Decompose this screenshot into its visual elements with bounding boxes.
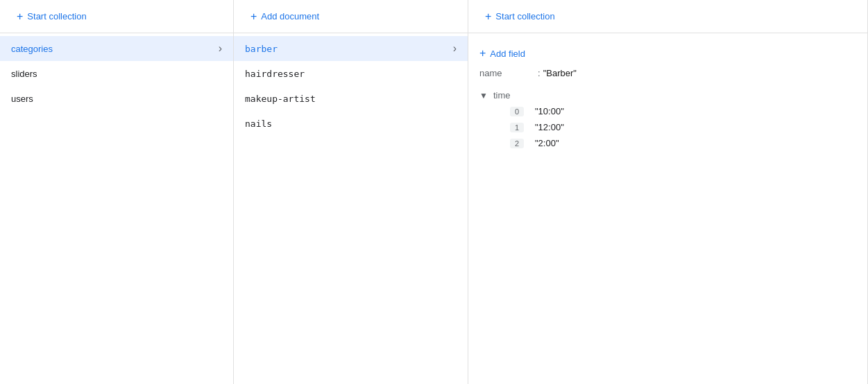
time-header: ▼ time [468, 87, 867, 103]
collection-item-name-users: users [11, 94, 33, 104]
start-collection-button-left[interactable]: + Start collection [11, 8, 92, 26]
add-field-button[interactable]: + Add field [468, 42, 867, 65]
start-collection-button-right[interactable]: + Start collection [479, 8, 561, 26]
middle-panel: + Add document barber › hairdresser make… [234, 0, 468, 384]
collection-item-name-categories: categories [11, 44, 53, 54]
chevron-right-icon-barber: › [453, 42, 457, 55]
time-field-key: time [493, 90, 511, 101]
start-collection-label-left: Start collection [27, 11, 86, 21]
field-section: + Add field name : "Barber" ▼ time 0 "10… [468, 36, 867, 159]
time-value-1[interactable]: "12:00" [535, 122, 564, 132]
document-item-name-hairdresser: hairdresser [245, 69, 305, 79]
add-document-button[interactable]: + Add document [245, 8, 325, 26]
collection-item-sliders[interactable]: sliders [0, 61, 233, 86]
time-item-1: 1 "12:00" [468, 119, 867, 135]
document-item-hairdresser[interactable]: hairdresser [234, 61, 468, 86]
start-collection-label-right: Start collection [495, 11, 554, 21]
time-items-list: 0 "10:00" 1 "12:00" 2 "2:00" [468, 103, 867, 151]
document-item-makeup-artist[interactable]: makeup-artist [234, 86, 468, 111]
time-index-0: 0 [510, 107, 524, 116]
plus-icon-right: + [485, 10, 491, 23]
collection-item-users[interactable]: users [0, 86, 233, 111]
left-panel-header: + Start collection [0, 0, 233, 33]
time-index-1: 1 [510, 123, 524, 132]
time-item-0: 0 "10:00" [468, 103, 867, 119]
middle-panel-header: + Add document [234, 0, 468, 33]
name-field-row: name : "Barber" [468, 65, 867, 85]
plus-icon-left: + [17, 10, 23, 23]
document-item-barber[interactable]: barber › [234, 36, 468, 61]
middle-panel-content: barber › hairdresser makeup-artist nails [234, 33, 468, 384]
time-index-2: 2 [510, 139, 524, 148]
name-field-value[interactable]: "Barber" [543, 68, 577, 78]
left-panel-content: categories › sliders users [0, 33, 233, 384]
add-field-label: Add field [490, 49, 525, 59]
collection-item-categories[interactable]: categories › [0, 36, 233, 61]
document-item-name-nails: nails [245, 119, 272, 129]
left-panel: + Start collection categories › sliders … [0, 0, 234, 384]
chevron-right-icon-categories: › [219, 42, 222, 55]
time-section: ▼ time 0 "10:00" 1 "12:00" 2 "2:00" [468, 85, 867, 154]
right-panel: + Start collection + Add field name : "B… [468, 0, 868, 384]
name-field-colon: : [538, 68, 541, 78]
plus-icon-middle: + [250, 10, 257, 23]
time-value-0[interactable]: "10:00" [535, 106, 564, 116]
document-item-name-barber: barber [245, 44, 278, 54]
collection-item-name-sliders: sliders [11, 69, 37, 79]
right-panel-header: + Start collection [468, 0, 867, 33]
document-item-nails[interactable]: nails [234, 111, 468, 136]
chevron-down-icon-time[interactable]: ▼ [479, 91, 488, 101]
time-item-2: 2 "2:00" [468, 135, 867, 151]
document-item-name-makeup-artist: makeup-artist [245, 94, 316, 104]
right-panel-content: + Add field name : "Barber" ▼ time 0 "10… [468, 33, 867, 384]
name-field-key: name [479, 68, 535, 78]
plus-icon-add-field: + [479, 47, 486, 60]
time-value-2[interactable]: "2:00" [535, 138, 559, 148]
add-document-label: Add document [261, 11, 319, 21]
